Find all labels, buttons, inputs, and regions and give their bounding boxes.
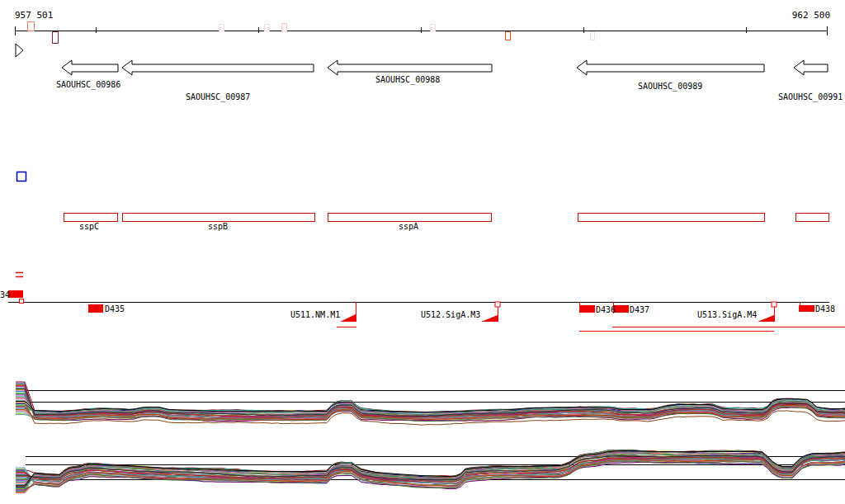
gene-arrow-SAOUHSC_00986[interactable] [62, 60, 118, 75]
tss-marker[interactable] [591, 32, 595, 40]
tss-marker[interactable] [431, 25, 436, 31]
tss-label-U512.SigA.M3: U512.SigA.M3 [421, 310, 480, 319]
ruler-left-coordinate: 957 501 [15, 11, 53, 21]
genome-browser: 957 501 962 500 SAOUHSC_00986SAOUHSC_009… [0, 0, 845, 504]
tss-square-marker [495, 302, 500, 307]
selection-blue-square[interactable] [17, 172, 26, 181]
small-red-open-square [20, 299, 24, 304]
terminator-box-D437[interactable] [614, 305, 629, 313]
gene-label-SAOUHSC_00991: SAOUHSC_00991 [778, 92, 843, 101]
gene-arrow-SAOUHSC_00991[interactable] [794, 60, 828, 75]
gene-arrow-SAOUHSC_00987[interactable] [122, 60, 314, 75]
gene-label-SAOUHSC_00987: SAOUHSC_00987 [186, 92, 250, 101]
gene-arrow-SAOUHSC_00989[interactable] [577, 60, 764, 75]
tss-marker[interactable] [53, 32, 59, 44]
terminator-label-D436: D436 [596, 305, 616, 314]
gene-box-unlabeled-4[interactable] [796, 214, 829, 222]
tss-label-U511.NM.M1: U511.NM.M1 [290, 310, 340, 319]
gene-box-label-sspC: sspC [79, 222, 99, 231]
terminator-box-D438[interactable] [799, 305, 814, 312]
tss-marker[interactable] [282, 24, 287, 31]
terminator-label-D435: D435 [105, 304, 125, 313]
tss-marker[interactable] [506, 32, 511, 40]
tss-label-U513.SigA.M4: U513.SigA.M4 [697, 310, 757, 319]
terminator-box-34[interactable] [8, 290, 23, 298]
tss-marker[interactable] [220, 25, 224, 31]
gene-box-unlabeled-3[interactable] [578, 214, 765, 222]
tss-square-marker [772, 302, 777, 307]
terminator-label-34: 34 [0, 290, 10, 299]
gene-box-sspC[interactable] [64, 214, 118, 222]
gene-box-sspA[interactable] [328, 214, 492, 222]
terminator-label-D437: D437 [630, 305, 649, 314]
ruler-right-coordinate: 962 500 [792, 11, 830, 21]
position-cursor-triangle[interactable] [16, 44, 23, 57]
gene-box-label-sspA: sspA [399, 222, 418, 231]
terminator-box-D436[interactable] [579, 305, 595, 313]
gene-box-label-sspB: sspB [208, 222, 228, 231]
tss-marker[interactable] [265, 25, 270, 31]
gene-label-SAOUHSC_00988: SAOUHSC_00988 [375, 75, 440, 84]
tss-ramp-U513.SigA.M4[interactable] [758, 315, 774, 322]
gene-box-sspB[interactable] [123, 214, 315, 222]
gene-label-SAOUHSC_00986: SAOUHSC_00986 [56, 80, 120, 89]
tss-marker[interactable] [28, 22, 35, 31]
gene-label-SAOUHSC_00989: SAOUHSC_00989 [638, 82, 702, 91]
tss-ramp-U512.SigA.M3[interactable] [481, 315, 498, 322]
tss-ramp-U511.NM.M1[interactable] [340, 314, 356, 322]
terminator-box-D435[interactable] [88, 304, 103, 313]
terminator-label-D438: D438 [815, 304, 835, 313]
gene-arrow-SAOUHSC_00988[interactable] [328, 60, 492, 75]
